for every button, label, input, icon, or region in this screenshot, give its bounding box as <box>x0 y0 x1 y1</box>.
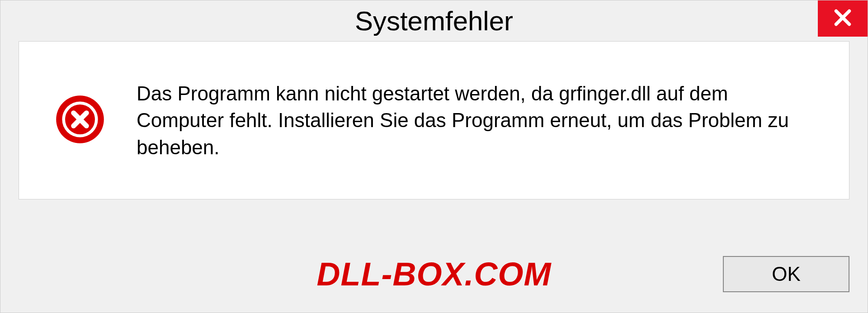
content-area: Das Programm kann nicht gestartet werden… <box>19 41 849 199</box>
error-message: Das Programm kann nicht gestartet werden… <box>137 80 822 161</box>
dialog-footer: DLL-BOX.COM OK <box>0 236 868 313</box>
title-bar: Systemfehler <box>0 0 868 41</box>
error-dialog: Systemfehler Das Programm kann nicht ges… <box>0 0 868 313</box>
error-icon <box>55 95 105 146</box>
close-button[interactable] <box>818 0 868 37</box>
ok-button[interactable]: OK <box>723 256 849 292</box>
watermark-text: DLL-BOX.COM <box>317 256 552 293</box>
dialog-title: Systemfehler <box>355 5 513 37</box>
close-icon <box>831 6 854 31</box>
